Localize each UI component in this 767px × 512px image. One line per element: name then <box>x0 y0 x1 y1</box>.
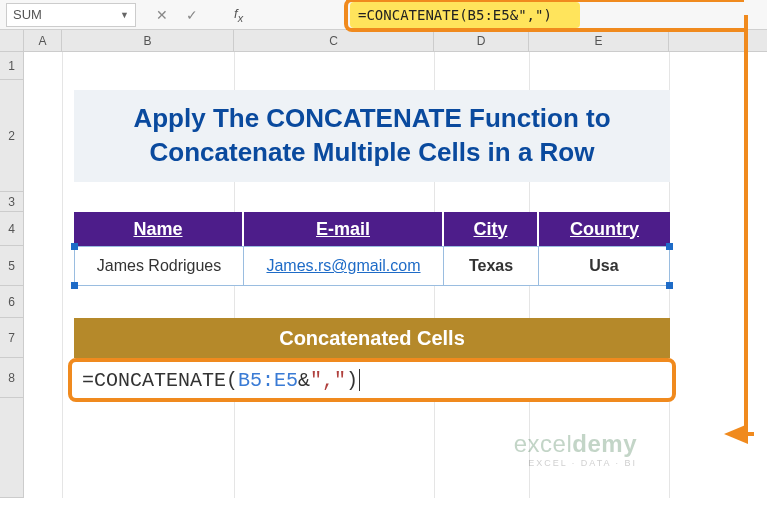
watermark-tag: EXCEL · DATA · BI <box>514 458 637 468</box>
formula-op: & <box>298 369 310 392</box>
concat-header-cell[interactable]: Concatenated Cells <box>74 318 670 358</box>
cells-area[interactable]: Apply The CONCATENATE Function to Concat… <box>24 52 767 498</box>
row-header-7[interactable]: 7 <box>0 318 23 358</box>
cell-country[interactable]: Usa <box>539 246 670 286</box>
callout-arrowhead <box>724 424 748 444</box>
cancel-icon[interactable]: ✕ <box>156 7 168 23</box>
cell-email[interactable]: James.rs@gmail.com <box>244 246 444 286</box>
chevron-down-icon[interactable]: ▼ <box>120 10 129 20</box>
table-data-row: James Rodrigues James.rs@gmail.com Texas… <box>74 246 670 286</box>
cell-city[interactable]: Texas <box>444 246 539 286</box>
active-formula-cell[interactable]: =CONCATENATE(B5:E5&",") <box>68 358 676 402</box>
name-box[interactable]: SUM ▼ <box>6 3 136 27</box>
header-email[interactable]: E-mail <box>244 212 444 246</box>
row-headers: 1 2 3 4 5 6 7 8 <box>0 52 24 498</box>
selection-handle <box>71 282 78 289</box>
title-merged-cell[interactable]: Apply The CONCATENATE Function to Concat… <box>74 90 670 182</box>
enter-icon[interactable]: ✓ <box>186 7 198 23</box>
name-box-value: SUM <box>13 7 42 22</box>
column-headers: A B C D E <box>0 30 767 52</box>
row-header-6[interactable]: 6 <box>0 286 23 318</box>
formula-bar-input[interactable]: =CONCATENATE(B5:E5&",") <box>350 2 580 28</box>
col-header-a[interactable]: A <box>24 30 62 51</box>
header-city[interactable]: City <box>444 212 539 246</box>
row-header-8[interactable]: 8 <box>0 358 23 398</box>
row-header-2[interactable]: 2 <box>0 80 23 192</box>
watermark: exceldemy EXCEL · DATA · BI <box>514 430 637 468</box>
grid: 1 2 3 4 5 6 7 8 Apply The CONCATENATE Fu… <box>0 52 767 498</box>
formula-string: "," <box>310 369 346 392</box>
formula-ref: B5:E5 <box>238 369 298 392</box>
fx-icon[interactable]: fx <box>234 6 243 24</box>
row-header-5[interactable]: 5 <box>0 246 23 286</box>
watermark-brand: exceldemy <box>514 430 637 458</box>
formula-suffix: ) <box>346 369 358 392</box>
callout-connector <box>744 15 748 440</box>
select-all-corner[interactable] <box>0 30 24 51</box>
row-header-blank <box>0 398 23 498</box>
row-header-3[interactable]: 3 <box>0 192 23 212</box>
col-header-e[interactable]: E <box>529 30 669 51</box>
cell-name[interactable]: James Rodrigues <box>74 246 244 286</box>
row-header-1[interactable]: 1 <box>0 52 23 80</box>
col-header-b[interactable]: B <box>62 30 234 51</box>
formula-bar-row: SUM ▼ ✕ ✓ fx =CONCATENATE(B5:E5&",") <box>0 0 767 30</box>
header-country[interactable]: Country <box>539 212 670 246</box>
table-header-row: Name E-mail City Country <box>74 212 670 246</box>
text-cursor <box>359 369 360 391</box>
selection-handle <box>666 243 673 250</box>
selection-handle <box>666 282 673 289</box>
title-text: Apply The CONCATENATE Function to Concat… <box>94 102 650 170</box>
formula-bar-text: =CONCATENATE(B5:E5&",") <box>358 7 552 23</box>
col-header-c[interactable]: C <box>234 30 434 51</box>
gridline <box>62 52 63 498</box>
col-header-d[interactable]: D <box>434 30 529 51</box>
formula-prefix: =CONCATENATE( <box>82 369 238 392</box>
selection-handle <box>71 243 78 250</box>
row-header-4[interactable]: 4 <box>0 212 23 246</box>
formula-buttons: ✕ ✓ fx <box>156 6 243 24</box>
header-name[interactable]: Name <box>74 212 244 246</box>
